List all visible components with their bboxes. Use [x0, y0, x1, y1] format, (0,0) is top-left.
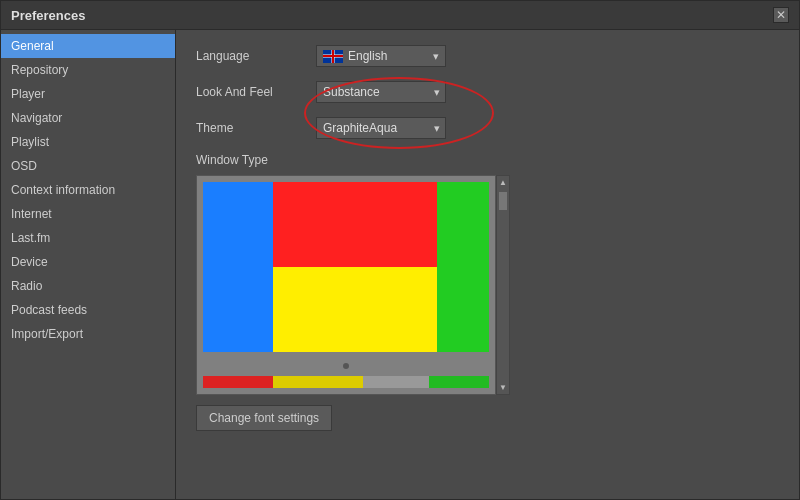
sidebar-item-repository[interactable]: Repository: [1, 58, 175, 82]
language-label: Language: [196, 49, 316, 63]
preview-scrollbar: ▲ ▼: [496, 175, 510, 395]
title-bar: Preferences ✕: [1, 1, 799, 30]
sidebar-item-radio[interactable]: Radio: [1, 274, 175, 298]
dialog-body: General Repository Player Navigator Play…: [1, 30, 799, 499]
language-value: English: [348, 49, 387, 63]
sidebar-item-player[interactable]: Player: [1, 82, 175, 106]
window-type-label: Window Type: [196, 153, 779, 167]
flag-vertical-bar: [332, 50, 334, 63]
sidebar-item-playlist[interactable]: Playlist: [1, 130, 175, 154]
sidebar-item-general[interactable]: General: [1, 34, 175, 58]
preview-green-top: [437, 182, 489, 267]
main-content: Language English Look And Feel: [176, 30, 799, 499]
progress-red: [203, 376, 273, 388]
sidebar-item-lastfm[interactable]: Last.fm: [1, 226, 175, 250]
preview-red-top: [273, 182, 437, 267]
window-preview-box: [196, 175, 496, 395]
preview-blue: [203, 182, 273, 352]
progress-gray: [363, 376, 429, 388]
theme-select[interactable]: GraphiteAqua: [316, 117, 446, 139]
theme-row: Theme GraphiteAqua: [196, 117, 779, 139]
dialog-title: Preferences: [11, 8, 85, 23]
language-row: Language English: [196, 45, 779, 67]
sidebar-item-import-export[interactable]: Import/Export: [1, 322, 175, 346]
close-button[interactable]: ✕: [773, 7, 789, 23]
sidebar: General Repository Player Navigator Play…: [1, 30, 176, 499]
language-select[interactable]: English: [316, 45, 446, 67]
look-and-feel-label: Look And Feel: [196, 85, 316, 99]
progress-yellow: [273, 376, 363, 388]
preview-yellow-bottom: [273, 267, 437, 352]
sidebar-item-osd[interactable]: OSD: [1, 154, 175, 178]
sidebar-item-device[interactable]: Device: [1, 250, 175, 274]
uk-flag-icon: [323, 50, 343, 63]
progress-bar: [203, 376, 489, 388]
theme-label: Theme: [196, 121, 316, 135]
preview-dot: [343, 363, 349, 369]
change-font-button[interactable]: Change font settings: [196, 405, 332, 431]
sidebar-item-context-information[interactable]: Context information: [1, 178, 175, 202]
preview-green-bottom: [437, 267, 489, 352]
scroll-up-arrow[interactable]: ▲: [497, 176, 509, 189]
look-and-feel-select-wrapper: Substance: [316, 81, 446, 103]
look-and-feel-select[interactable]: Substance: [316, 81, 446, 103]
preferences-dialog: Preferences ✕ General Repository Player …: [0, 0, 800, 500]
theme-select-wrapper: GraphiteAqua: [316, 117, 446, 139]
look-and-feel-row: Look And Feel Substance: [196, 81, 779, 103]
scroll-down-arrow[interactable]: ▼: [497, 381, 509, 394]
scroll-track: [497, 189, 509, 381]
sidebar-item-internet[interactable]: Internet: [1, 202, 175, 226]
sidebar-item-navigator[interactable]: Navigator: [1, 106, 175, 130]
window-type-section: Window Type: [196, 153, 779, 431]
progress-green: [429, 376, 489, 388]
window-preview-area: ▲ ▼: [196, 175, 779, 395]
sidebar-item-podcast-feeds[interactable]: Podcast feeds: [1, 298, 175, 322]
scroll-thumb[interactable]: [498, 191, 508, 211]
